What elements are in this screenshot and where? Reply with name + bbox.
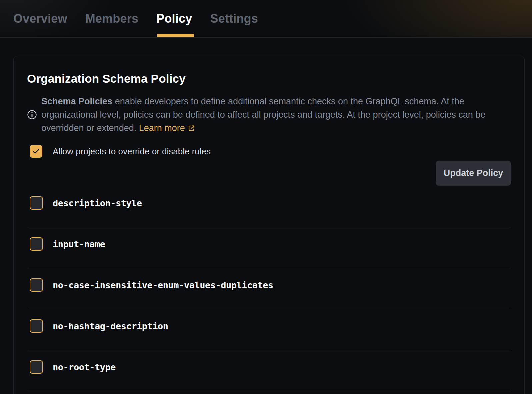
tab-settings-label: Settings [210,12,258,26]
rule-name: no-case-insensitive-enum-values-duplicat… [53,280,273,290]
tab-members-label: Members [85,12,138,26]
rule-checkbox[interactable] [30,237,43,251]
tab-settings[interactable]: Settings [210,0,258,37]
rule-name: description-style [53,198,142,208]
external-link-icon [188,125,195,132]
tab-policy-label: Policy [156,12,192,26]
policy-card: Organization Schema Policy Schema Polici… [13,56,525,394]
rule-row-input-name[interactable]: input-name [27,227,511,268]
tab-overview-label: Overview [13,12,67,26]
allow-override-label: Allow projects to override or disable ru… [53,146,211,157]
allow-override-checkbox[interactable] [30,145,42,158]
learn-more-label: Learn more [139,123,185,133]
app-root: Overview Members Policy Settings Organiz… [0,0,532,394]
rule-row-no-hashtag-description[interactable]: no-hashtag-description [27,309,511,350]
info-strong: Schema Policies [41,96,112,106]
rule-name: no-root-type [53,362,116,372]
rule-row-no-case-insensitive-enum-values-duplicates[interactable]: no-case-insensitive-enum-values-duplicat… [27,268,511,309]
checkmark-icon [32,147,40,156]
info-callout: Schema Policies enable developers to def… [27,95,511,135]
rule-row-no-root-type[interactable]: no-root-type [27,350,511,391]
info-icon [27,110,37,120]
info-text: Schema Policies enable developers to def… [41,95,499,135]
tab-members[interactable]: Members [85,0,138,37]
tab-policy[interactable]: Policy [156,0,192,37]
tab-overview[interactable]: Overview [13,0,67,37]
rule-checkbox[interactable] [30,196,43,210]
button-row: Update Policy [27,161,511,186]
policy-page: Organization Schema Policy Schema Polici… [0,38,532,394]
rule-name: input-name [53,239,105,249]
active-tab-indicator [157,34,194,37]
update-policy-button[interactable]: Update Policy [436,161,511,186]
learn-more-link[interactable]: Learn more [139,123,195,133]
allow-override-row: Allow projects to override or disable ru… [30,145,511,158]
rule-name: no-hashtag-description [53,321,168,331]
page-title: Organization Schema Policy [27,72,511,85]
rule-row-description-style[interactable]: description-style [27,186,511,227]
org-tabbar: Overview Members Policy Settings [0,0,532,38]
rule-checkbox[interactable] [30,319,43,333]
rules-list: description-style input-name no-case-ins… [27,186,511,391]
rule-checkbox[interactable] [30,278,43,292]
rule-checkbox[interactable] [30,360,43,374]
